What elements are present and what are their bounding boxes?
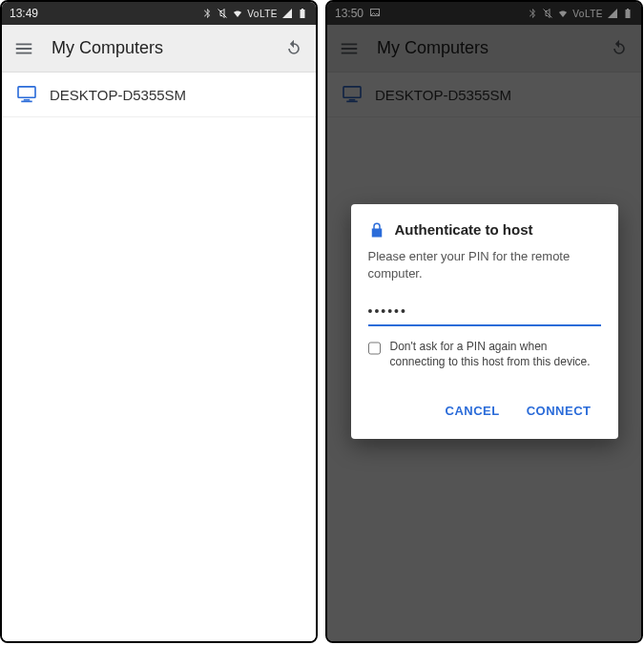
wifi-icon	[232, 8, 243, 19]
status-right-cluster: VoLTE	[201, 8, 308, 19]
hamburger-icon	[13, 38, 34, 59]
status-bar: 13:49 VoLTE	[2, 2, 316, 25]
monitor-icon	[17, 86, 36, 103]
remember-pin-label: Don't ask for a PIN again when connectin…	[390, 340, 601, 369]
phone-screen-left: 13:49 VoLTE My Computers DESKTOP-D5355SM	[0, 0, 318, 643]
cancel-button[interactable]: CANCEL	[442, 398, 504, 424]
battery-icon	[297, 8, 308, 19]
screen-content: My Computers DESKTOP-D5355SM	[2, 25, 316, 641]
svg-rect-0	[18, 87, 35, 97]
refresh-button[interactable]	[283, 38, 304, 59]
computer-name: DESKTOP-D5355SM	[50, 87, 186, 103]
remember-pin-checkbox[interactable]	[368, 341, 381, 356]
bluetooth-icon	[201, 8, 213, 19]
computer-list-item[interactable]: DESKTOP-D5355SM	[2, 73, 316, 117]
dialog-body: Please enter your PIN for the remote com…	[368, 248, 601, 282]
svg-rect-2	[21, 101, 31, 103]
mute-icon	[217, 8, 228, 19]
auth-dialog: Authenticate to host Please enter your P…	[351, 204, 618, 440]
remember-pin-row[interactable]: Don't ask for a PIN again when connectin…	[368, 340, 601, 369]
phone-screen-right: 13:50 VoLTE My Computers DESKTOP-D5355SM	[325, 0, 643, 643]
dialog-title: Authenticate to host	[395, 221, 533, 238]
lock-icon	[368, 221, 385, 239]
net-label-icon: VoLTE	[247, 9, 278, 19]
pin-input[interactable]	[368, 300, 601, 326]
menu-button[interactable]	[13, 38, 34, 59]
modal-overlay[interactable]: Authenticate to host Please enter your P…	[327, 2, 641, 641]
status-time: 13:49	[10, 7, 38, 20]
connect-button[interactable]: CONNECT	[523, 398, 595, 424]
svg-rect-1	[24, 99, 31, 101]
signal-icon	[281, 8, 293, 19]
app-title: My Computers	[52, 38, 266, 58]
app-bar: My Computers	[2, 25, 316, 73]
refresh-icon	[284, 39, 303, 58]
